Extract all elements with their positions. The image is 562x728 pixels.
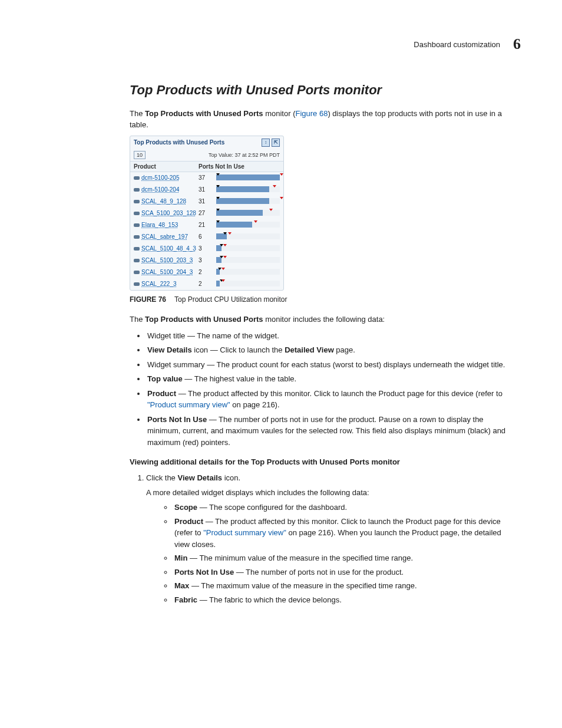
bar-cell xyxy=(216,257,280,264)
product-link[interactable]: SCAL_5100_203_3 xyxy=(134,257,193,263)
list-item: Product — The product affected by this m… xyxy=(173,516,507,551)
max-marker-icon xyxy=(223,244,227,246)
bar-track xyxy=(216,281,280,286)
list-item: Ports Not In Use — The number of ports n… xyxy=(173,566,507,578)
list-item: Widget title — The name of the widget. xyxy=(146,330,507,342)
figure-number: FIGURE 76 xyxy=(130,295,166,304)
field-name: View Details xyxy=(147,345,192,354)
max-marker-icon xyxy=(222,279,225,282)
product-name: SCAL_sabre_197 xyxy=(141,233,188,240)
bar-fill xyxy=(216,210,263,216)
bar-track xyxy=(216,174,280,180)
figure-xref[interactable]: Figure 68 xyxy=(295,109,328,118)
monitor-name: Top Products with Unused Ports xyxy=(145,315,263,324)
text: monitor ( xyxy=(263,109,296,118)
max-marker-icon xyxy=(280,173,283,176)
field-name: Product xyxy=(147,389,176,398)
view-details-label: View Details xyxy=(177,473,222,482)
steps-list: Click the View Details icon. A more deta… xyxy=(130,472,507,605)
text: — The number of ports not in use for the… xyxy=(234,568,404,577)
product-link[interactable]: SCAL_5100_48_4_3 xyxy=(134,245,196,252)
chapter-number: 6 xyxy=(513,35,521,53)
widget-toolbar: 10 Top Value: 37 at 2:52 PM PDT xyxy=(130,149,283,161)
product-link[interactable]: SCAL_222_3 xyxy=(134,281,177,287)
min-marker-icon xyxy=(216,197,220,199)
product-link[interactable]: Elara_48_153 xyxy=(134,222,178,228)
ports-value: 31 xyxy=(199,198,216,205)
table-row: SCAL_5100_204_32 xyxy=(130,266,283,278)
list-item: Top value — The highest value in the tab… xyxy=(146,373,507,385)
product-cell: dcm-5100-204 xyxy=(134,186,199,193)
product-name: Elara_48_153 xyxy=(141,222,178,228)
list-item: Min — The minimum value of the measure i… xyxy=(173,552,507,564)
widget-titlebar: Top Products with Unused Ports ↕ ⇱ xyxy=(130,136,283,149)
device-icon xyxy=(134,200,140,203)
product-cell: SCA_5100_203_128 xyxy=(134,210,199,217)
product-link[interactable]: SCAL_sabre_197 xyxy=(134,233,188,240)
product-cell: dcm-5100-205 xyxy=(134,174,199,182)
text: icon — Click to launch the xyxy=(192,345,285,354)
table-row: Elara_48_15321 xyxy=(130,219,283,231)
figure-caption: FIGURE 76Top Product CPU Utilization mon… xyxy=(130,295,507,304)
content-column: Top Products with Unused Ports monitor T… xyxy=(130,83,507,605)
product-name: SCAL_48_9_128 xyxy=(141,198,186,205)
product-link[interactable]: dcm-5100-204 xyxy=(134,186,179,193)
table-row: SCAL_5100_203_33 xyxy=(130,255,283,266)
product-name: dcm-5100-205 xyxy=(141,174,179,181)
product-name: dcm-5100-204 xyxy=(141,186,179,193)
text: — The maximum value of the measure in th… xyxy=(189,581,416,590)
max-marker-icon xyxy=(228,232,232,235)
text: — The scope configured for the dashboard… xyxy=(197,503,347,512)
device-icon xyxy=(134,212,140,215)
product-link[interactable]: SCAL_48_9_128 xyxy=(134,198,186,205)
max-marker-icon xyxy=(254,220,257,223)
bar-cell xyxy=(216,210,280,217)
product-name: SCAL_5100_204_3 xyxy=(141,269,193,275)
figure-widget: Top Products with Unused Ports ↕ ⇱ 10 To… xyxy=(130,136,284,291)
device-icon xyxy=(134,259,140,262)
field-name: Ports Not In Use xyxy=(147,415,207,424)
bar-track xyxy=(216,198,280,204)
table-row: SCAL_222_32 xyxy=(130,278,283,290)
list-item: Ports Not In Use — The number of ports n… xyxy=(146,414,507,449)
device-icon xyxy=(134,282,140,286)
product-name: SCAL_222_3 xyxy=(141,281,177,287)
text: The xyxy=(130,109,145,118)
bar-track xyxy=(216,186,280,192)
text: monitor includes the following data: xyxy=(263,315,385,324)
min-marker-icon xyxy=(216,173,220,176)
min-marker-icon xyxy=(216,209,220,211)
device-icon xyxy=(134,271,140,274)
bar-track xyxy=(216,210,280,216)
product-cell: SCAL_sabre_197 xyxy=(134,233,199,241)
max-marker-icon xyxy=(222,268,225,270)
col-product-header: Product xyxy=(134,163,199,170)
min-marker-icon xyxy=(216,220,220,223)
device-icon xyxy=(134,223,140,227)
cross-reference[interactable]: "Product summary view" xyxy=(147,400,230,409)
bar-cell xyxy=(216,186,280,193)
cross-reference[interactable]: "Product summary view" xyxy=(203,528,286,537)
product-cell: SCAL_5100_203_3 xyxy=(134,257,199,264)
product-name: SCA_5100_203_128 xyxy=(141,210,196,216)
product-cell: SCAL_5100_48_4_3 xyxy=(134,245,199,252)
ports-value: 6 xyxy=(199,233,216,240)
table-row: SCA_5100_203_12827 xyxy=(130,207,283,219)
page: Dashboard customization 6 Top Products w… xyxy=(0,0,562,728)
table-row: dcm-5100-20431 xyxy=(130,184,283,196)
product-link[interactable]: dcm-5100-205 xyxy=(134,174,179,181)
product-link[interactable]: SCA_5100_203_128 xyxy=(134,210,196,216)
view-details-icon[interactable]: ⇱ xyxy=(272,139,280,147)
product-link[interactable]: SCAL_5100_204_3 xyxy=(134,269,193,275)
description-paragraph: The Top Products with Unused Ports monit… xyxy=(130,314,507,325)
bar-cell xyxy=(216,174,280,182)
row-count-selector[interactable]: 10 xyxy=(134,151,146,159)
bar-fill xyxy=(216,174,280,180)
widget-title: Top Products with Unused Ports xyxy=(134,139,224,146)
expand-icon[interactable]: ↕ xyxy=(262,139,270,147)
ports-value: 37 xyxy=(199,174,216,181)
min-marker-icon xyxy=(223,232,227,235)
min-marker-icon xyxy=(216,185,220,187)
text: page. xyxy=(334,345,355,354)
product-name: SCAL_5100_203_3 xyxy=(141,257,193,263)
